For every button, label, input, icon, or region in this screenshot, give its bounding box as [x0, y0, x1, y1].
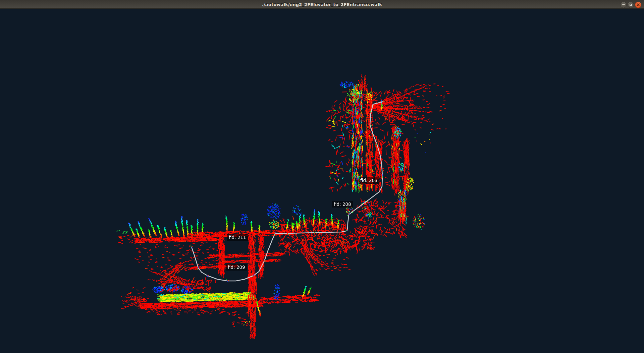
maximize-button[interactable] — [628, 2, 634, 8]
close-button[interactable] — [635, 2, 641, 8]
application-window: ./autowalk/eng2_2FElevator_to_2FEntrance… — [0, 0, 644, 353]
minimize-icon — [622, 4, 625, 5]
fiducial-label: fid: 209 — [226, 264, 247, 271]
pointcloud-viewport: fid: 203fid: 208fid: 211fid: 209 — [0, 9, 644, 353]
fiducial-label: fid: 211 — [227, 234, 248, 241]
pointcloud-canvas[interactable] — [0, 9, 644, 353]
fiducial-label: fid: 208 — [332, 201, 353, 208]
maximize-icon — [630, 4, 632, 6]
window-controls — [620, 0, 641, 9]
minimize-button[interactable] — [620, 2, 627, 8]
window-title: ./autowalk/eng2_2FElevator_to_2FEntrance… — [262, 2, 382, 7]
window-titlebar[interactable]: ./autowalk/eng2_2FElevator_to_2FEntrance… — [0, 0, 644, 9]
close-icon — [637, 3, 640, 6]
fiducial-label: fid: 203 — [359, 177, 379, 184]
